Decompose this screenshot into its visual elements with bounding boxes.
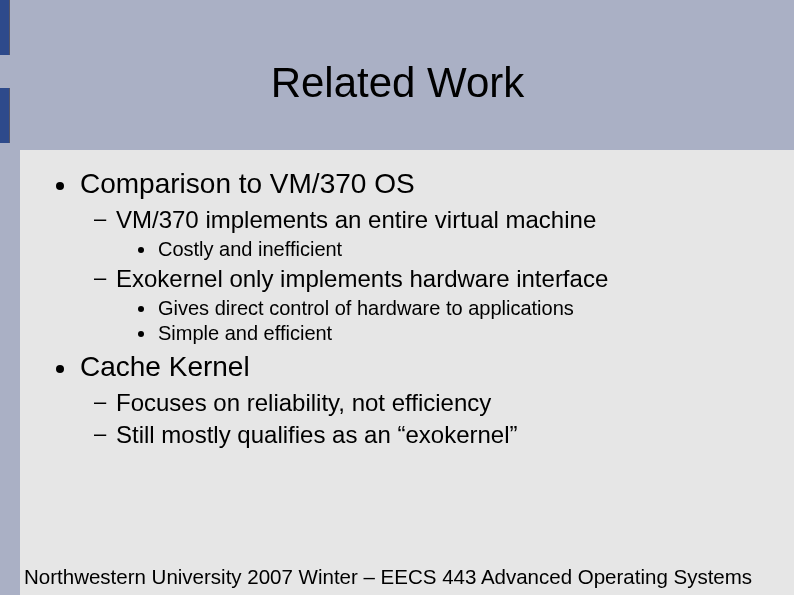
slide-body: Comparison to VM/370 OS VM/370 implement… — [20, 150, 794, 553]
outline-l2-item: Still mostly qualifies as an “exokernel” — [80, 421, 764, 449]
outline-l3-item: Simple and efficient — [116, 322, 764, 345]
outline-l1-text: Cache Kernel — [80, 351, 250, 382]
decorative-bar — [0, 0, 10, 55]
outline-l1-item: Comparison to VM/370 OS VM/370 implement… — [50, 168, 764, 345]
outline-l2-text: VM/370 implements an entire virtual mach… — [116, 206, 596, 233]
outline-l2-item: VM/370 implements an entire virtual mach… — [80, 206, 764, 261]
slide-footer: Northwestern University 2007 Winter – EE… — [20, 553, 794, 595]
outline-l3-text: Gives direct control of hardware to appl… — [158, 297, 574, 319]
title-area: Related Work — [20, 20, 775, 145]
outline-l2: VM/370 implements an entire virtual mach… — [80, 206, 764, 345]
outline-l3: Gives direct control of hardware to appl… — [116, 297, 764, 345]
slide-title: Related Work — [271, 59, 525, 107]
outline-l2-item: Exokernel only implements hardware inter… — [80, 265, 764, 345]
outline-l3: Costly and inefficient — [116, 238, 764, 261]
outline-root: Comparison to VM/370 OS VM/370 implement… — [50, 168, 764, 449]
outline-l2-item: Focuses on reliability, not efficiency — [80, 389, 764, 417]
outline-l3-item: Costly and inefficient — [116, 238, 764, 261]
outline-l1-text: Comparison to VM/370 OS — [80, 168, 415, 199]
decorative-left-bars — [0, 0, 20, 170]
decorative-bar — [0, 88, 10, 143]
outline-l2-text: Still mostly qualifies as an “exokernel” — [116, 421, 518, 448]
outline-l3-text: Simple and efficient — [158, 322, 332, 344]
footer-text: Northwestern University 2007 Winter – EE… — [24, 565, 752, 589]
outline-l2-text: Focuses on reliability, not efficiency — [116, 389, 491, 416]
outline-l3-text: Costly and inefficient — [158, 238, 342, 260]
outline-l2-text: Exokernel only implements hardware inter… — [116, 265, 608, 292]
outline-l2: Focuses on reliability, not efficiency S… — [80, 389, 764, 449]
outline-l1-item: Cache Kernel Focuses on reliability, not… — [50, 351, 764, 449]
outline-l3-item: Gives direct control of hardware to appl… — [116, 297, 764, 320]
